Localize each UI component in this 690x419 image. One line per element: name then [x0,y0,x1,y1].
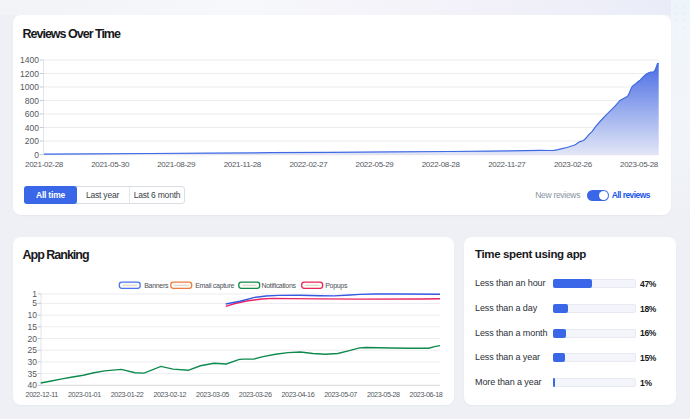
svg-text:2022-11-27: 2022-11-27 [488,160,526,169]
svg-text:2023-06-18: 2023-06-18 [410,390,443,399]
svg-text:30: 30 [28,357,38,367]
svg-text:2023-05-07: 2023-05-07 [324,390,357,399]
svg-text:2023-03-26: 2023-03-26 [239,390,272,399]
svg-text:800: 800 [25,96,39,106]
svg-text:2022-08-28: 2022-08-28 [422,160,461,169]
svg-text:2022-05-29: 2022-05-29 [356,160,395,169]
svg-text:Banners: Banners [144,282,169,289]
svg-text:1400: 1400 [20,55,39,65]
svg-text:2022-12-11: 2022-12-11 [26,390,59,399]
svg-text:2022-02-27: 2022-02-27 [289,160,328,169]
svg-text:0: 0 [34,150,39,160]
svg-text:1000: 1000 [20,82,39,92]
svg-text:35: 35 [28,369,38,379]
svg-text:2021-05-30: 2021-05-30 [91,160,130,169]
svg-text:15: 15 [28,322,38,332]
svg-text:600: 600 [25,109,39,119]
svg-text:200: 200 [25,136,39,146]
svg-text:20: 20 [28,334,38,344]
svg-text:400: 400 [25,123,39,133]
svg-text:1200: 1200 [20,69,39,79]
svg-text:40: 40 [28,380,38,390]
svg-text:2023-02-12: 2023-02-12 [153,390,186,399]
svg-text:2023-03-05: 2023-03-05 [196,390,229,399]
svg-text:2021-08-29: 2021-08-29 [157,160,196,169]
svg-text:2023-05-28: 2023-05-28 [620,160,659,169]
svg-text:Email capture: Email capture [195,282,234,290]
svg-text:2023-05-28: 2023-05-28 [367,390,400,399]
svg-text:2021-02-28: 2021-02-28 [25,160,64,169]
svg-text:5: 5 [32,298,37,308]
svg-text:25: 25 [28,345,38,355]
svg-text:2023-04-16: 2023-04-16 [282,390,315,399]
svg-text:2021-11-28: 2021-11-28 [224,160,262,169]
svg-text:2023-02-26: 2023-02-26 [554,160,593,169]
svg-text:Popups: Popups [325,282,348,290]
svg-text:10: 10 [28,310,38,320]
svg-text:2023-01-01: 2023-01-01 [68,390,101,399]
svg-text:2023-01-22: 2023-01-22 [111,390,144,399]
svg-text:Notifications: Notifications [262,282,297,289]
